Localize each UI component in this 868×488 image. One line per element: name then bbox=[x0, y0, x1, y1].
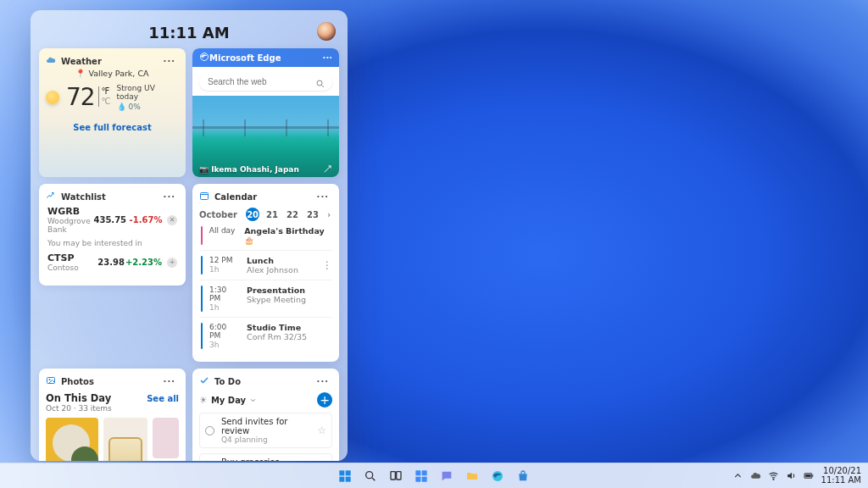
edge-title: Microsoft Edge bbox=[209, 53, 281, 63]
calendar-event[interactable]: 6:00 PM3h Studio TimeConf Rm 32/35 bbox=[199, 317, 332, 354]
event-menu-button[interactable]: ⋮ bbox=[322, 263, 332, 267]
calendar-event[interactable]: 12 PM1h LunchAlex Johnson ⋮ bbox=[199, 250, 332, 280]
weather-location: 📍 Valley Park, CA bbox=[46, 69, 179, 78]
calendar-menu-button[interactable]: ··· bbox=[314, 192, 332, 202]
calendar-date-picker: October 20 21 22 23 › bbox=[199, 208, 332, 221]
watchlist-widget[interactable]: Watchlist ··· WGRB Woodgrove Bank 435.75… bbox=[39, 184, 186, 286]
widgets-header: 11:11 AM bbox=[39, 19, 339, 48]
calendar-month: October bbox=[199, 210, 237, 219]
svg-rect-10 bbox=[391, 471, 395, 479]
photo-thumbnail[interactable] bbox=[46, 418, 98, 461]
svg-rect-19 bbox=[812, 474, 813, 476]
widgets-button[interactable] bbox=[412, 467, 431, 485]
edge-icon bbox=[199, 52, 209, 64]
todo-icon bbox=[199, 375, 209, 387]
edge-menu-button[interactable]: ··· bbox=[323, 53, 332, 63]
wifi-icon[interactable] bbox=[768, 470, 779, 481]
search-icon[interactable] bbox=[315, 76, 326, 92]
todo-title: To Do bbox=[214, 377, 241, 386]
volume-icon[interactable] bbox=[786, 470, 797, 481]
calendar-date[interactable]: 21 bbox=[264, 209, 280, 220]
svg-point-1 bbox=[317, 80, 322, 86]
camera-icon: 📷 bbox=[199, 165, 209, 174]
watchlist-row[interactable]: CTSP Contoso 23.98 +2.23% + bbox=[46, 249, 179, 275]
start-button[interactable] bbox=[336, 467, 354, 485]
stocks-icon bbox=[46, 191, 56, 202]
svg-rect-11 bbox=[397, 471, 401, 479]
svg-rect-15 bbox=[422, 476, 427, 481]
photos-thumbnails bbox=[46, 418, 179, 461]
star-icon[interactable]: ☆ bbox=[317, 424, 326, 436]
calendar-title: Calendar bbox=[214, 192, 257, 202]
calendar-widget[interactable]: Calendar ··· October 20 21 22 23 › All d… bbox=[192, 184, 339, 362]
calendar-next-icon[interactable]: › bbox=[326, 209, 332, 220]
weather-details: Strong UV today 💧 0% bbox=[117, 84, 179, 111]
svg-rect-8 bbox=[346, 476, 351, 481]
svg-rect-6 bbox=[346, 470, 351, 475]
photos-menu-button[interactable]: ··· bbox=[160, 377, 179, 386]
calendar-events: All day Angela's Birthday 🎂 12 PM1h Lunc… bbox=[199, 221, 332, 354]
watchlist-row[interactable]: WGRB Woodgrove Bank 435.75 -1.67% ✕ bbox=[46, 202, 179, 237]
todo-add-button[interactable]: + bbox=[317, 392, 332, 408]
search-button[interactable] bbox=[361, 467, 380, 485]
calendar-date[interactable]: 22 bbox=[285, 209, 300, 220]
chevron-down-icon bbox=[249, 396, 257, 404]
chat-button[interactable] bbox=[437, 467, 456, 485]
tray-clock[interactable]: 10/20/21 11:11 AM bbox=[821, 467, 861, 485]
user-avatar[interactable] bbox=[317, 22, 336, 41]
photos-meta: Oct 20 · 33 items bbox=[46, 404, 112, 413]
photo-thumbnail[interactable] bbox=[153, 418, 179, 458]
svg-point-17 bbox=[772, 479, 773, 480]
calendar-date[interactable]: 20 bbox=[246, 208, 259, 221]
tray-overflow-button[interactable] bbox=[732, 470, 743, 481]
widgets-clock: 11:11 AM bbox=[148, 24, 229, 42]
edge-header: Microsoft Edge ··· bbox=[192, 48, 339, 67]
edge-widget[interactable]: Microsoft Edge ··· 📷 Ikema Oha bbox=[192, 48, 339, 177]
calendar-event[interactable]: 1:30 PM1h PresentationSkype Meeting bbox=[199, 280, 332, 317]
system-tray: 10/20/21 11:11 AM bbox=[732, 467, 861, 485]
onedrive-icon[interactable] bbox=[750, 470, 761, 481]
photos-icon bbox=[46, 375, 56, 387]
star-icon[interactable]: ☆ bbox=[317, 461, 326, 462]
watchlist-menu-button[interactable]: ··· bbox=[160, 192, 179, 202]
task-view-button[interactable] bbox=[387, 467, 405, 485]
expand-icon[interactable] bbox=[323, 164, 332, 174]
widgets-panel: 11:11 AM Weather ··· 📍 Valley Park, CA 7… bbox=[31, 10, 348, 461]
weather-menu-button[interactable]: ··· bbox=[160, 57, 179, 66]
todo-item[interactable]: Send invites for reviewQ4 planning ☆ bbox=[199, 413, 332, 448]
svg-rect-3 bbox=[47, 378, 55, 384]
svg-rect-5 bbox=[339, 470, 344, 475]
weather-widget[interactable]: Weather ··· 📍 Valley Park, CA 72 °F °C S… bbox=[39, 48, 186, 177]
edge-search-input[interactable] bbox=[199, 73, 332, 91]
store-button[interactable] bbox=[514, 467, 532, 485]
add-to-watchlist-icon[interactable]: + bbox=[167, 258, 177, 268]
svg-rect-7 bbox=[339, 476, 344, 481]
watchlist-suggestion-note: You may be interested in bbox=[46, 237, 179, 249]
todo-menu-button[interactable]: ··· bbox=[314, 377, 332, 386]
photos-widget[interactable]: Photos ··· On This Day Oct 20 · 33 items… bbox=[39, 369, 186, 461]
todo-item[interactable]: Buy groceriesTasks ☆ bbox=[199, 453, 332, 461]
svg-point-4 bbox=[49, 379, 51, 380]
calendar-event[interactable]: All day Angela's Birthday 🎂 bbox=[199, 221, 332, 250]
photo-thumbnail[interactable] bbox=[103, 418, 147, 461]
todo-check-circle[interactable] bbox=[205, 426, 214, 435]
edge-caption: 📷 Ikema Ohashi, Japan bbox=[199, 165, 299, 174]
file-explorer-button[interactable] bbox=[463, 467, 481, 485]
taskbar-center bbox=[336, 467, 532, 485]
svg-rect-13 bbox=[422, 470, 427, 475]
battery-icon[interactable] bbox=[804, 470, 815, 481]
svg-rect-2 bbox=[201, 193, 209, 200]
edge-taskbar-button[interactable] bbox=[488, 467, 507, 485]
todo-list-selector[interactable]: ☀ My Day bbox=[199, 395, 257, 406]
dismiss-suggestion-icon[interactable]: ✕ bbox=[167, 215, 177, 225]
weather-current: 72 °F °C Strong UV today 💧 0% bbox=[46, 83, 179, 111]
see-full-forecast-link[interactable]: See full forecast bbox=[46, 123, 179, 132]
taskbar: 10/20/21 11:11 AM bbox=[0, 463, 868, 488]
photos-see-all-link[interactable]: See all bbox=[147, 394, 179, 403]
svg-rect-12 bbox=[415, 470, 420, 475]
edge-search bbox=[199, 72, 332, 91]
calendar-date[interactable]: 23 bbox=[305, 209, 320, 220]
location-pin-icon: 📍 bbox=[75, 69, 86, 78]
todo-widget[interactable]: To Do ··· ☀ My Day + Send invites for re… bbox=[192, 369, 339, 461]
svg-rect-20 bbox=[805, 474, 811, 477]
